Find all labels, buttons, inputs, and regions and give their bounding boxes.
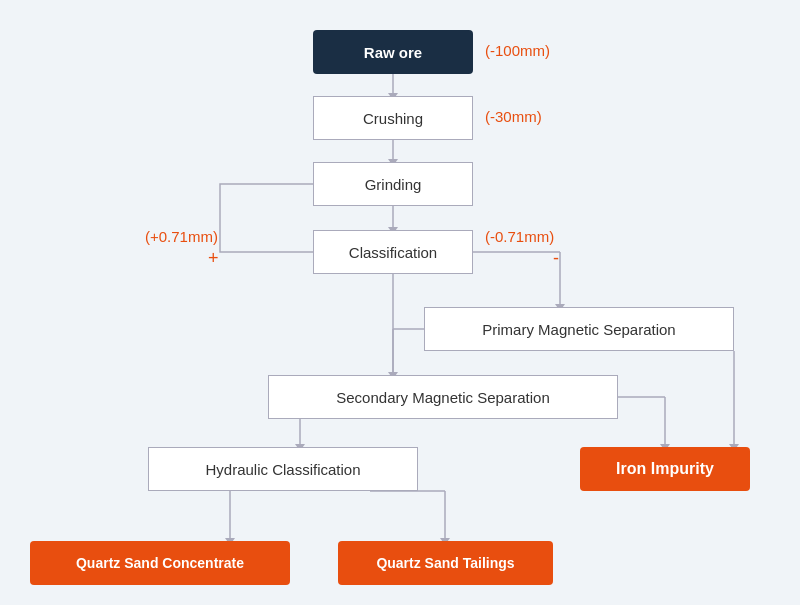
plus-size-label: (+0.71mm) xyxy=(145,228,218,245)
raw-ore-node: Raw ore xyxy=(313,30,473,74)
iron-impurity-node: Iron Impurity xyxy=(580,447,750,491)
crushing-note: (-30mm) xyxy=(485,108,542,125)
flow-arrows xyxy=(0,0,800,605)
minus-size-label: (-0.71mm) xyxy=(485,228,554,245)
secondary-mag-sep-node: Secondary Magnetic Separation xyxy=(268,375,618,419)
grinding-node: Grinding xyxy=(313,162,473,206)
quartz-concentrate-node: Quartz Sand Concentrate xyxy=(30,541,290,585)
primary-mag-sep-node: Primary Magnetic Separation xyxy=(424,307,734,351)
crushing-node: Crushing xyxy=(313,96,473,140)
raw-ore-note: (-100mm) xyxy=(485,42,550,59)
process-diagram: Raw ore (-100mm) Crushing (-30mm) Grindi… xyxy=(0,0,800,605)
quartz-tailings-node: Quartz Sand Tailings xyxy=(338,541,553,585)
minus-sign-label: - xyxy=(553,248,559,269)
plus-sign-label: + xyxy=(208,248,219,269)
hydraulic-classification-node: Hydraulic Classification xyxy=(148,447,418,491)
classification-node: Classification xyxy=(313,230,473,274)
